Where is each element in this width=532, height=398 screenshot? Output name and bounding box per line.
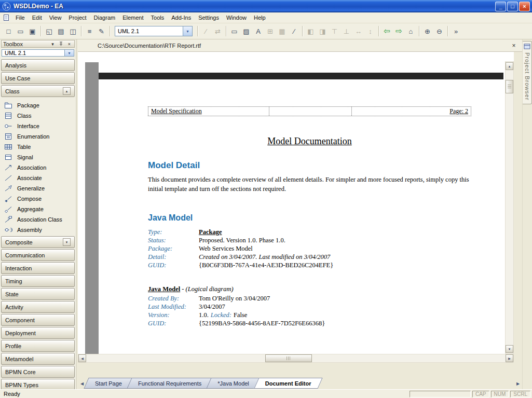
- align-bottom-button[interactable]: ⊥: [340, 25, 352, 37]
- app-logo-icon[interactable]: [2, 2, 11, 11]
- document-page[interactable]: Model Specification Page: 2 Model Docume…: [99, 79, 503, 354]
- zoom-in-button[interactable]: ⊕: [421, 25, 433, 37]
- scroll-down-button[interactable]: ▼: [506, 345, 513, 353]
- vertical-scrollbar[interactable]: ▲ ▼: [505, 61, 514, 354]
- toolbox-section-composite[interactable]: Composite ▼: [1, 236, 75, 248]
- menu-add-ins[interactable]: Add-Ins: [168, 13, 195, 22]
- toolbox-item-interface[interactable]: Interface: [4, 121, 75, 131]
- combo-arrow-icon[interactable]: ▾: [64, 50, 74, 56]
- same-height-button[interactable]: ↕: [364, 25, 376, 37]
- edit-pen-button[interactable]: ✎: [96, 25, 107, 37]
- tab-scroll-right-button[interactable]: ▶: [514, 378, 522, 389]
- vertical-scroll-thumb[interactable]: [506, 80, 513, 93]
- scroll-left-button[interactable]: ◀: [78, 354, 86, 362]
- project-browser-tab[interactable]: Project Browser: [523, 41, 532, 104]
- toolbox-item-table[interactable]: Table: [4, 142, 75, 152]
- home-diagram-button[interactable]: ⌂: [405, 25, 417, 37]
- horizontal-scroll-thumb[interactable]: [265, 354, 312, 362]
- toolbox-section-timing[interactable]: Timing: [1, 275, 75, 287]
- toolbox-item-association-class[interactable]: Association Class: [4, 214, 75, 225]
- maximize-button[interactable]: □: [507, 2, 518, 11]
- toolbox-item-class[interactable]: Class: [4, 111, 75, 121]
- menu-help[interactable]: Help: [250, 13, 269, 22]
- same-width-button[interactable]: ↔: [352, 25, 364, 37]
- navigate-forward-button[interactable]: ⇨: [393, 25, 405, 37]
- uml-version-combobox[interactable]: UML 2.1 ▾: [115, 26, 193, 36]
- menu-element[interactable]: Element: [119, 13, 147, 22]
- toolbox-section-communication[interactable]: Communication: [1, 249, 75, 261]
- toolbox-section-activity[interactable]: Activity: [1, 301, 75, 313]
- toolbox-section-metamodel[interactable]: Metamodel: [1, 353, 75, 365]
- tab-java-model[interactable]: *Java Model: [209, 378, 258, 389]
- save-button[interactable]: ▣: [26, 25, 38, 37]
- export-rtf-button[interactable]: ◫: [67, 25, 79, 37]
- toolbox-section-interaction[interactable]: Interaction: [1, 262, 75, 274]
- text-tool-button[interactable]: A: [252, 25, 264, 37]
- document-icon[interactable]: [3, 14, 10, 21]
- toolbox-item-generalize[interactable]: Generalize: [4, 183, 75, 194]
- menu-settings[interactable]: Settings: [195, 13, 223, 22]
- new-element-button[interactable]: ▭: [228, 25, 240, 37]
- open-project-button[interactable]: ▭: [15, 25, 26, 37]
- new-document-button[interactable]: □: [3, 25, 15, 37]
- menu-tools[interactable]: Tools: [147, 13, 168, 22]
- toolbox-section-profile[interactable]: Profile: [1, 340, 75, 352]
- scroll-up-button[interactable]: ▲: [506, 62, 513, 70]
- align-left-button[interactable]: ◧: [305, 25, 317, 37]
- toolbox-item-compose[interactable]: Compose: [4, 194, 75, 204]
- toolbox-section-class[interactable]: Class ▲: [1, 85, 75, 97]
- document-report-button[interactable]: ≡: [84, 25, 96, 37]
- align-top-button[interactable]: ⊤: [329, 25, 340, 37]
- right-dock-strip: Project Browser: [522, 39, 532, 389]
- horizontal-scroll-track[interactable]: [86, 354, 506, 362]
- matrix-tool-button[interactable]: ▦: [276, 25, 288, 37]
- toolbox-item-assembly[interactable]: Assembly: [4, 225, 75, 235]
- close-button[interactable]: ×: [519, 2, 530, 11]
- toolbox-item-label: Enumeration: [17, 133, 49, 140]
- toolbox-section-bpmn-core[interactable]: BPMN Core: [1, 366, 75, 378]
- combo-arrow-icon[interactable]: ▾: [183, 26, 192, 36]
- toolbox-profile-combobox[interactable]: UML 2.1 ▾: [2, 49, 74, 57]
- toolbox-item-association[interactable]: Association: [4, 162, 75, 173]
- toolbox-item-signal[interactable]: Signal: [4, 152, 75, 162]
- menu-file[interactable]: File: [12, 13, 29, 22]
- tab-document-editor[interactable]: Document Editor: [256, 378, 320, 389]
- note-tool-button[interactable]: ▨: [240, 25, 252, 37]
- document-path-tab[interactable]: C:\Source\Documentation\RTF Report.rtf: [98, 43, 510, 49]
- minimize-button[interactable]: _: [495, 2, 506, 11]
- tab-functional-requirements[interactable]: Functional Requirements: [129, 378, 210, 389]
- toolbox-section-analysis[interactable]: Analysis: [1, 59, 75, 71]
- toolbox-item-aggregate[interactable]: Aggregate: [4, 204, 75, 214]
- grid-tool-button[interactable]: ⊞: [264, 25, 276, 37]
- toolbox-section-component[interactable]: Component: [1, 314, 75, 326]
- navigate-back-button[interactable]: ⇦: [381, 25, 393, 37]
- document-close-icon[interactable]: ×: [510, 42, 518, 50]
- print-preview-button[interactable]: ◱: [43, 25, 55, 37]
- menu-view[interactable]: View: [46, 13, 65, 22]
- link-button[interactable]: ⇄: [212, 25, 224, 37]
- toolbox-item-package[interactable]: Package: [4, 100, 75, 111]
- menu-window[interactable]: Window: [223, 13, 250, 22]
- scroll-up-icon[interactable]: ▲: [63, 87, 71, 95]
- menu-edit[interactable]: Edit: [29, 13, 46, 22]
- menu-project[interactable]: Project: [65, 13, 90, 22]
- toolbox-dropdown-icon[interactable]: ▾: [49, 40, 56, 47]
- line-tool-button[interactable]: ∕: [288, 25, 300, 37]
- toolbox-section-deployment[interactable]: Deployment: [1, 327, 75, 339]
- scroll-down-icon[interactable]: ▼: [63, 238, 71, 246]
- toolbox-close-icon[interactable]: ×: [66, 40, 73, 47]
- toolbox-item-enumeration[interactable]: Enumeration: [4, 131, 75, 142]
- pin-icon[interactable]: [58, 40, 64, 47]
- tab-start-page[interactable]: Start Page: [86, 378, 131, 389]
- print-button[interactable]: ▤: [55, 25, 67, 37]
- align-right-button[interactable]: ◨: [317, 25, 329, 37]
- scroll-right-button[interactable]: ▶: [506, 354, 513, 362]
- zoom-out-button[interactable]: ⊖: [433, 25, 445, 37]
- quick-link-button[interactable]: ∕: [200, 25, 212, 37]
- menu-diagram[interactable]: Diagram: [90, 13, 119, 22]
- toolbox-section-use-case[interactable]: Use Case: [1, 72, 75, 84]
- toolbox-section-state[interactable]: State: [1, 288, 75, 300]
- horizontal-scrollbar[interactable]: ◀ ▶: [78, 354, 514, 363]
- toolbox-item-associate[interactable]: Associate: [4, 173, 75, 183]
- toolbar-overflow-button[interactable]: »: [450, 25, 462, 37]
